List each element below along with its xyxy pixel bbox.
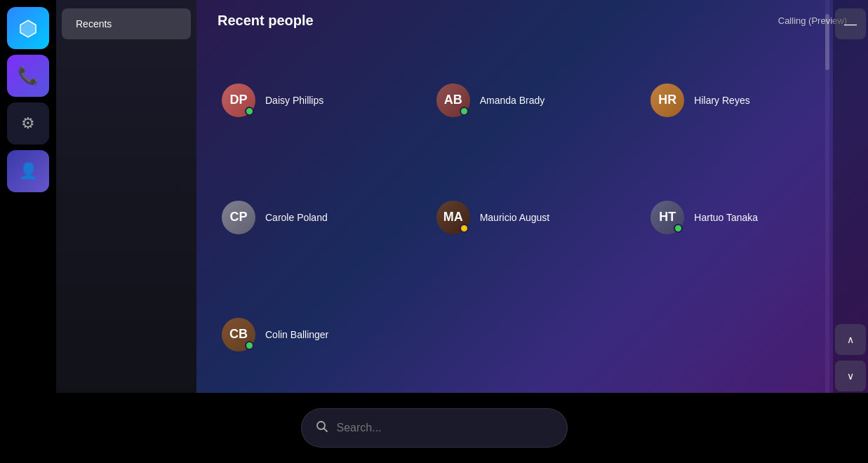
avatar-amanda: AB [436, 83, 470, 117]
right-controls: — ∧ ∨ [833, 0, 868, 393]
profile-icon[interactable]: 👤 [7, 150, 49, 192]
person-card-mauricio[interactable]: MA Mauricio August [425, 159, 640, 276]
settings-icon[interactable]: ⚙ [7, 102, 49, 145]
status-dot-hartuo [674, 224, 683, 233]
status-dot-mauricio [460, 224, 469, 233]
people-grid: DP Daisy Phillips AB Amanda Brady HR Hil… [196, 41, 868, 393]
main-header: Recent people Calling (Preview) [196, 0, 868, 41]
teams-icon[interactable] [7, 7, 49, 49]
status-dot-colin [245, 341, 254, 350]
scroll-track [825, 0, 829, 393]
search-icon [316, 420, 328, 436]
main-area: Recent people Calling (Preview) DP Daisy… [196, 0, 868, 393]
scroll-down-button[interactable]: ∨ [835, 361, 866, 391]
person-card-amanda[interactable]: AB Amanda Brady [425, 41, 640, 159]
minimize-button[interactable]: — [835, 8, 866, 39]
avatar-hartuo: HT [650, 201, 684, 234]
avatar-hilary: HR [650, 83, 684, 117]
calls-icon[interactable]: 📞 [7, 55, 49, 97]
person-name-daisy: Daisy Phillips [265, 95, 323, 106]
page-title: Recent people [218, 13, 314, 29]
search-input[interactable] [337, 422, 553, 434]
search-box[interactable] [301, 408, 568, 448]
nav-panel: Recents [56, 0, 196, 393]
person-name-carole: Carole Poland [265, 212, 328, 223]
svg-line-3 [323, 428, 327, 431]
nav-item-recents[interactable]: Recents [62, 8, 191, 39]
status-dot-amanda [460, 107, 469, 116]
person-card-carole[interactable]: CP Carole Poland [211, 159, 425, 276]
person-name-colin: Colin Ballinger [265, 329, 328, 340]
avatar-daisy: DP [222, 83, 255, 117]
scroll-thumb[interactable] [825, 14, 829, 70]
avatar-mauricio: MA [436, 201, 470, 234]
person-card-daisy[interactable]: DP Daisy Phillips [211, 41, 425, 159]
person-name-hilary: Hilary Reyes [694, 95, 749, 106]
scroll-up-button[interactable]: ∧ [835, 324, 866, 355]
bottom-bar [0, 393, 868, 463]
person-card-hilary[interactable]: HR Hilary Reyes [639, 41, 854, 159]
avatar-carole: CP [222, 201, 255, 234]
avatar-colin: CB [222, 318, 255, 351]
person-name-mauricio: Mauricio August [480, 212, 550, 223]
person-card-colin[interactable]: CB Colin Ballinger [211, 276, 425, 393]
status-dot-daisy [245, 107, 254, 116]
person-card-hartuo[interactable]: HT Hartuo Tanaka [639, 159, 854, 276]
person-name-amanda: Amanda Brady [480, 95, 545, 106]
sidebar: 📞 ⚙ 👤 [0, 0, 56, 463]
person-name-hartuo: Hartuo Tanaka [694, 212, 758, 223]
